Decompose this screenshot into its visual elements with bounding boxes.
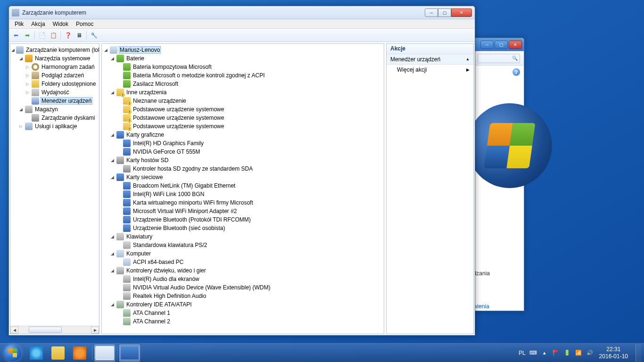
tree-services-apps[interactable]: Usługi i aplikacje bbox=[11, 122, 98, 131]
start-button[interactable] bbox=[0, 344, 25, 362]
device-root[interactable]: Mariusz-Lenovo bbox=[103, 46, 383, 54]
cat-other-devices[interactable]: Inne urządzenia bbox=[103, 88, 383, 97]
hscroll-right-button[interactable]: ▶ bbox=[91, 327, 99, 334]
cat-audio[interactable]: Kontrolery dźwięku, wideo i gier bbox=[103, 266, 383, 275]
minimize-button[interactable]: ─ bbox=[425, 8, 438, 17]
cat-network-adapters[interactable]: Karty sieciowe bbox=[103, 173, 383, 181]
device-item[interactable]: Intel(R) Audio dla ekranów bbox=[103, 275, 383, 283]
refresh-button[interactable]: 🔧 bbox=[89, 30, 99, 41]
device-item[interactable]: Nieznane urządzenie bbox=[103, 97, 383, 105]
network-tray-icon[interactable]: 📶 bbox=[575, 349, 582, 357]
maximize-button[interactable]: ▢ bbox=[438, 8, 451, 17]
cat-display-adapters[interactable]: Karty graficzne bbox=[103, 131, 383, 139]
system-tray: PL ⌨ ▴ 🚩 🔋 📶 🔊 22:31 2016-01-10 bbox=[516, 344, 644, 362]
cat-batteries[interactable]: Baterie bbox=[103, 54, 383, 63]
tree-device-manager[interactable]: Menedżer urządzeń bbox=[11, 97, 98, 105]
help-button[interactable]: ❓ bbox=[63, 30, 73, 41]
device-item[interactable]: Podstawowe urządzenie systemowe bbox=[103, 122, 383, 131]
actions-pane: Akcje Menedżer urządzeń ▲ Więcej akcji ▶ bbox=[386, 43, 474, 334]
forward-button[interactable]: ➡ bbox=[22, 30, 33, 41]
taskbar-compmgmt[interactable] bbox=[94, 345, 115, 362]
tree-root[interactable]: Zarządzanie komputerem (lokalny) bbox=[11, 46, 98, 54]
tree-system-tools[interactable]: Narzędzia systemowe bbox=[11, 54, 98, 63]
device-item[interactable]: Microsoft Virtual WiFi Miniport Adapter … bbox=[103, 207, 383, 215]
hscroll-thumb[interactable] bbox=[29, 327, 62, 333]
action-center-icon[interactable]: 🚩 bbox=[552, 349, 560, 357]
bg-maximize-button[interactable]: ▢ bbox=[495, 41, 508, 49]
window-title: Zarządzanie komputerem bbox=[22, 9, 425, 16]
device-item[interactable]: NVIDIA Virtual Audio Device (Wave Extens… bbox=[103, 283, 383, 292]
tray-chevron-icon[interactable]: ▴ bbox=[541, 349, 548, 357]
control-panel-icon bbox=[120, 346, 139, 360]
actions-more[interactable]: Więcej akcji ▶ bbox=[387, 65, 473, 75]
cat-computer[interactable]: Komputer bbox=[103, 249, 383, 258]
device-item[interactable]: Podstawowe urządzenie systemowe bbox=[103, 105, 383, 114]
device-item[interactable]: Kontroler hosta SD zgodny ze standardem … bbox=[103, 165, 383, 173]
windows-logo-graphic bbox=[467, 103, 552, 188]
help-icon[interactable]: ? bbox=[512, 68, 520, 76]
properties-button[interactable]: 📋 bbox=[48, 30, 58, 41]
cat-ide[interactable]: Kontrolery IDE ATA/ATAPI bbox=[103, 300, 383, 309]
taskbar-explorer[interactable] bbox=[48, 345, 68, 362]
tree-performance[interactable]: Wydajność bbox=[11, 88, 98, 97]
close-button[interactable]: ✕ bbox=[451, 8, 472, 17]
device-item[interactable]: Zasilacz Microsoft bbox=[103, 80, 383, 88]
battery-tray-icon[interactable]: 🔋 bbox=[563, 349, 571, 357]
device-item[interactable]: Karta wirtualnego miniportu WiFi firmy M… bbox=[103, 198, 383, 207]
keyboard-tray-icon[interactable]: ⌨ bbox=[529, 349, 537, 357]
device-item[interactable]: Intel(R) WiFi Link 1000 BGN bbox=[103, 190, 383, 198]
tree-shared-folders[interactable]: Foldery udostępnione bbox=[11, 80, 98, 88]
view-button[interactable]: 🖥 bbox=[74, 30, 84, 41]
hscroll-track[interactable] bbox=[18, 327, 91, 334]
cat-keyboards[interactable]: Klawiatury bbox=[103, 232, 383, 241]
device-item[interactable]: Realtek High Definition Audio bbox=[103, 292, 383, 300]
language-indicator[interactable]: PL bbox=[519, 350, 526, 356]
menu-action[interactable]: Akcja bbox=[27, 20, 49, 28]
device-item[interactable]: Urządzenie Bluetooth (Protokół TDI RFCOM… bbox=[103, 215, 383, 224]
device-item[interactable]: Intel(R) HD Graphics Family bbox=[103, 139, 383, 148]
device-item[interactable]: Broadcom NetLink (TM) Gigabit Ethernet bbox=[103, 181, 383, 190]
actions-section[interactable]: Menedżer urządzeń ▲ bbox=[387, 54, 473, 65]
tree-storage[interactable]: Magazyn bbox=[11, 105, 98, 114]
menu-view[interactable]: Widok bbox=[49, 20, 72, 28]
window-titlebar[interactable]: Zarządzanie komputerem ─ ▢ ✕ bbox=[9, 6, 475, 19]
app-icon bbox=[12, 9, 19, 16]
bg-minimize-button[interactable]: ─ bbox=[480, 41, 494, 49]
menu-help[interactable]: Pomoc bbox=[72, 20, 97, 28]
hscroll-left-button[interactable]: ◀ bbox=[10, 327, 18, 334]
device-item[interactable]: Bateria kompozytowa Microsoft bbox=[103, 63, 383, 71]
device-item[interactable]: Podstawowe urządzenie systemowe bbox=[103, 114, 383, 122]
device-tree[interactable]: Mariusz-Lenovo Baterie Bateria kompozyto… bbox=[102, 44, 384, 334]
device-item[interactable]: ATA Channel 2 bbox=[103, 317, 383, 326]
menu-file[interactable]: Plik bbox=[11, 20, 27, 28]
device-item[interactable]: Standardowa klawiatura PS/2 bbox=[103, 241, 383, 249]
device-item[interactable]: Urządzenie Bluetooth (sieć osobista) bbox=[103, 224, 383, 232]
console-tree[interactable]: Zarządzanie komputerem (lokalny) Narzędz… bbox=[10, 44, 99, 326]
bg-close-button[interactable]: ✕ bbox=[509, 41, 522, 49]
up-button[interactable]: 📄 bbox=[37, 30, 47, 41]
cat-sd-hosts[interactable]: Karty hostów SD bbox=[103, 156, 383, 165]
volume-tray-icon[interactable]: 🔊 bbox=[586, 349, 594, 357]
left-pane-hscrollbar[interactable]: ◀ ▶ bbox=[10, 326, 99, 334]
show-desktop-button[interactable] bbox=[636, 344, 641, 362]
taskbar-clock[interactable]: 22:31 2016-01-10 bbox=[597, 346, 630, 360]
device-item[interactable]: NVIDIA GeForce GT 555M bbox=[103, 148, 383, 156]
taskbar[interactable]: PL ⌨ ▴ 🚩 🔋 📶 🔊 22:31 2016-01-10 bbox=[0, 343, 644, 362]
menu-bar: Plik Akcja Widok Pomoc bbox=[9, 19, 475, 29]
tree-disk-management[interactable]: Zarządzanie dyskami bbox=[11, 114, 98, 122]
actions-section-label: Menedżer urządzeń bbox=[390, 56, 440, 63]
taskbar-ie[interactable] bbox=[26, 345, 47, 362]
taskbar-wmp[interactable] bbox=[69, 345, 90, 362]
collapse-icon: ▲ bbox=[466, 57, 470, 61]
tree-event-viewer[interactable]: Podgląd zdarzeń bbox=[11, 71, 98, 80]
bg-search-box[interactable]: 🔍 bbox=[478, 54, 520, 63]
device-item[interactable]: Bateria Microsoft o metodzie kontroli zg… bbox=[103, 71, 383, 80]
device-item[interactable]: ACPI x64-based PC bbox=[103, 258, 383, 266]
device-tree-pane: Mariusz-Lenovo Baterie Bateria kompozyto… bbox=[101, 43, 384, 334]
console-tree-pane: Zarządzanie komputerem (lokalny) Narzędz… bbox=[10, 43, 99, 334]
clock-time: 22:31 bbox=[599, 346, 628, 353]
taskbar-control-panel[interactable] bbox=[119, 345, 140, 362]
tree-task-scheduler[interactable]: Harmonogram zadań bbox=[11, 63, 98, 71]
back-button[interactable]: ⬅ bbox=[11, 30, 21, 41]
device-item[interactable]: ATA Channel 1 bbox=[103, 309, 383, 317]
